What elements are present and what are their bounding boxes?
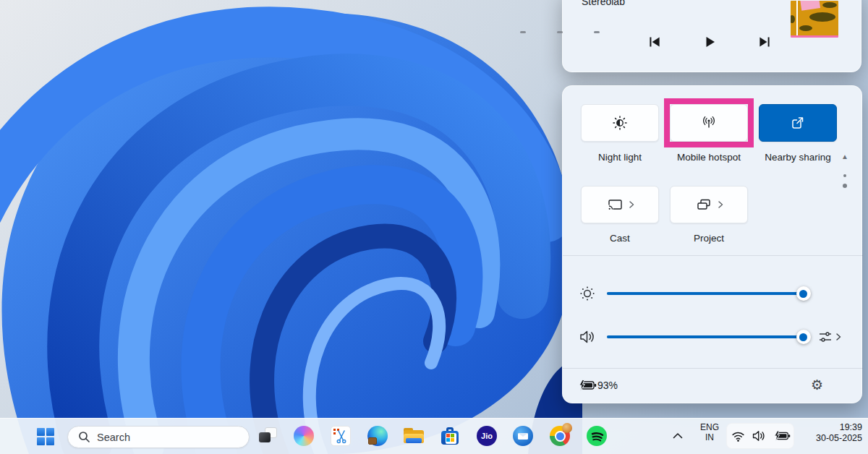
page-dot: [843, 174, 846, 177]
section-divider: [563, 255, 863, 256]
snipping-tool-button[interactable]: [326, 421, 355, 450]
quick-settings-panel: Night light Mobile hotspot Nearby sharin…: [562, 85, 862, 403]
desktop: Stereolab: [0, 0, 868, 454]
spotify-button[interactable]: [582, 421, 611, 450]
audio-output-mixer-icon[interactable]: [817, 329, 833, 345]
language-indicator[interactable]: ENG IN: [696, 422, 723, 442]
chrome-profile-avatar: [562, 423, 572, 433]
next-track-icon: [757, 35, 772, 49]
edge-briefcase-badge: [368, 437, 377, 445]
chevron-up-icon: [670, 428, 686, 444]
play-button[interactable]: [702, 34, 718, 50]
copilot-button[interactable]: [289, 421, 318, 450]
volume-icon: [579, 329, 597, 345]
search-label: Search: [97, 432, 130, 443]
project-tile[interactable]: [670, 186, 748, 223]
cast-icon: [606, 196, 624, 213]
chevron-right-icon: [629, 200, 634, 209]
chrome-icon: [550, 426, 570, 446]
album-art-pink-shape: [800, 1, 820, 11]
clock-time: 19:39: [816, 422, 862, 433]
album-art-thumbnail: [791, 1, 838, 38]
project-label: Project: [662, 233, 756, 244]
volume-slider-thumb[interactable]: [796, 330, 811, 344]
microsoft-store-icon: [440, 426, 460, 446]
chrome-button[interactable]: [545, 421, 574, 450]
thunderbird-button[interactable]: [509, 421, 537, 450]
nearby-sharing-icon: [789, 114, 807, 132]
running-indicator-thunderbird: [520, 31, 526, 33]
album-art-blob: [799, 25, 812, 31]
windows-logo-icon: [37, 428, 54, 445]
file-explorer-icon: [403, 427, 425, 445]
nearby-sharing-tile[interactable]: [759, 104, 837, 142]
settings-gear-icon[interactable]: ⚙: [811, 377, 823, 393]
footer-divider: [563, 368, 863, 369]
start-button[interactable]: [31, 422, 60, 451]
volume-expand-chevron-icon[interactable]: [835, 333, 841, 341]
task-view-button[interactable]: [253, 421, 282, 450]
cast-tile[interactable]: [581, 186, 659, 223]
snipping-tool-icon: [331, 426, 351, 446]
clock-date: 30-05-2025: [816, 433, 862, 444]
album-art-blob: [809, 12, 835, 22]
mobile-hotspot-icon: [700, 115, 718, 131]
previous-track-button[interactable]: [647, 34, 663, 50]
file-explorer-button[interactable]: [399, 421, 428, 450]
tray-battery-charging-icon: [773, 430, 791, 442]
project-icon: [695, 196, 712, 213]
media-track-title: Stereolab: [582, 0, 625, 7]
album-art-blob: [822, 2, 837, 8]
language-line2: IN: [696, 432, 723, 442]
search-box[interactable]: Search: [67, 426, 250, 448]
task-view-icon: [258, 426, 278, 446]
play-icon: [702, 35, 717, 49]
cast-label: Cast: [573, 233, 667, 244]
volume-slider-fill: [607, 335, 804, 338]
copilot-icon: [294, 426, 314, 446]
jio-button[interactable]: Jio: [472, 421, 501, 450]
night-light-icon: [612, 115, 628, 131]
battery-percent-label: 93%: [597, 380, 618, 391]
mobile-hotspot-tile[interactable]: [670, 104, 748, 142]
chevron-right-icon: [718, 200, 723, 209]
tray-volume-icon: [752, 429, 767, 443]
volume-slider[interactable]: [607, 335, 809, 338]
search-icon: [78, 431, 90, 443]
jio-icon: Jio: [477, 426, 497, 446]
language-line1: ENG: [696, 422, 723, 432]
clock[interactable]: 19:39 30-05-2025: [816, 422, 862, 444]
brightness-slider[interactable]: [607, 292, 809, 295]
running-indicator-spotify: [594, 31, 600, 33]
microsoft-store-button[interactable]: [435, 421, 464, 450]
night-light-label: Night light: [573, 152, 667, 163]
brightness-slider-thumb[interactable]: [796, 286, 811, 301]
show-hidden-icons-button[interactable]: [663, 421, 692, 450]
brightness-slider-fill: [607, 292, 804, 295]
album-art-divider: [796, 1, 798, 35]
thunderbird-icon: [513, 426, 533, 446]
battery-charging-icon[interactable]: [578, 380, 597, 391]
mobile-hotspot-label: Mobile hotspot: [662, 152, 756, 163]
media-player-card[interactable]: Stereolab: [562, 0, 861, 72]
wifi-icon: [731, 429, 746, 443]
next-track-button[interactable]: [757, 34, 773, 50]
spotify-icon: [587, 426, 607, 446]
night-light-tile[interactable]: [581, 104, 659, 142]
edge-icon: [367, 426, 388, 446]
jio-logo-text: Jio: [481, 432, 493, 440]
running-indicator-chrome: [557, 31, 563, 33]
page-dot-current: [843, 184, 847, 188]
scroll-up-icon[interactable]: ▲: [836, 153, 854, 160]
edge-button[interactable]: [363, 421, 392, 450]
album-art-blob: [791, 15, 795, 23]
nearby-sharing-label: Nearby sharing: [751, 152, 845, 163]
quick-settings-tray-button[interactable]: [726, 423, 794, 449]
previous-track-icon: [647, 35, 662, 49]
brightness-icon: [579, 285, 596, 302]
